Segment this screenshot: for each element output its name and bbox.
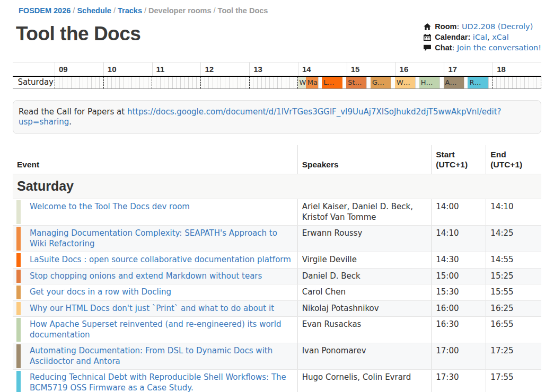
- timeline-header: 09101112131415161718: [13, 63, 541, 77]
- page-header: Tool the Docs Room: UD2.208 (Decroly): [13, 20, 541, 53]
- room-link[interactable]: UD2.208 (Decroly): [462, 22, 533, 31]
- chat-colon: :: [452, 43, 458, 52]
- timeline-tick: [225, 77, 229, 88]
- timeline-grid: WMaL…St…G…W…H…A…R…: [55, 77, 541, 88]
- end-time-cell: 16:55: [486, 317, 541, 343]
- speakers-cell: Ariel Kaiser, Daniel D. Beck, Kristof Va…: [297, 199, 432, 226]
- end-time-cell: 16:25: [486, 300, 541, 317]
- timeline-tick: [516, 77, 521, 88]
- timeline: 09101112131415161718 Saturday WMaL…St…G……: [13, 62, 541, 89]
- timeline-event-block[interactable]: H…: [419, 77, 439, 88]
- event-title-link[interactable]: LaSuite Docs : open source collaborative…: [30, 255, 291, 264]
- calendar-icon: [424, 33, 432, 41]
- timeline-tick: [512, 77, 516, 88]
- event-cell: Get your docs in a row with Docling: [13, 284, 297, 301]
- chat-icon: [424, 44, 432, 51]
- start-time-cell: 17:30: [432, 370, 486, 392]
- table-row: Welcome to the Tool The Docs dev roomAri…: [13, 199, 541, 226]
- col-start-line1: Start: [436, 149, 481, 159]
- col-start-line2: (UTC+1): [436, 159, 481, 170]
- timeline-tick: [488, 77, 493, 88]
- timeline-tick: [139, 77, 144, 88]
- timeline-tick: [391, 77, 395, 88]
- timeline-tick: [156, 77, 160, 88]
- timeline-tick: [188, 77, 192, 88]
- timeline-hour-label: 15: [347, 63, 395, 76]
- event-title-link[interactable]: Why our HTML Docs don't just `Print` and…: [30, 304, 274, 313]
- table-row: Stop chopping onions and extend Markdown…: [13, 268, 541, 284]
- speakers-cell: Virgile Deville: [297, 252, 432, 269]
- schedule-header-row: Event Speakers Start (UTC+1) End (UTC+1): [13, 145, 541, 174]
- timeline-tick: [537, 77, 541, 88]
- timeline-tick: [95, 77, 99, 88]
- timeline-hour-label: 09: [55, 63, 103, 76]
- start-time-cell: 16:30: [432, 317, 486, 343]
- timeline-hour-label: 13: [249, 63, 298, 76]
- timeline-tick: [496, 77, 500, 88]
- event-title-link[interactable]: Automating Documentation: From DSL to Dy…: [30, 346, 272, 366]
- event-title-link[interactable]: Stop chopping onions and extend Markdown…: [30, 271, 262, 281]
- timeline-event-block[interactable]: Ma: [306, 77, 318, 88]
- calendar-links: iCal, xCal: [473, 33, 509, 41]
- event-title-link[interactable]: Welcome to the Tool The Docs dev room: [30, 202, 190, 211]
- timeline-event-block[interactable]: St…: [346, 77, 366, 88]
- start-time-cell: 14:10: [432, 226, 486, 252]
- breadcrumb-item[interactable]: FOSDEM 2026: [19, 6, 71, 15]
- timeline-tick: [241, 77, 245, 88]
- event-title-link[interactable]: How Apache Superset reinvented (and re-e…: [30, 319, 281, 340]
- calendar-link[interactable]: xCal: [492, 33, 509, 41]
- track-color-bar: [16, 227, 21, 251]
- speakers-cell: Daniel D. Beck: [297, 268, 432, 284]
- timeline-tick: [318, 77, 322, 88]
- timeline-tick: [274, 77, 278, 88]
- timeline-tick: [103, 77, 108, 88]
- calendar-link[interactable]: iCal: [473, 33, 487, 41]
- timeline-event-block[interactable]: A…: [444, 77, 464, 88]
- event-title-link[interactable]: Get your docs in a row with Docling: [30, 287, 171, 297]
- breadcrumb-item[interactable]: Tracks: [118, 6, 142, 15]
- room-label: Room: [435, 22, 456, 31]
- breadcrumb: FOSDEM 2026 / Schedule / Tracks / Develo…: [19, 7, 541, 15]
- timeline-tick: [107, 77, 111, 88]
- room-line: Room: UD2.208 (Decroly): [424, 21, 541, 32]
- timeline-tick: [533, 77, 537, 88]
- timeline-tick: [196, 77, 200, 88]
- timeline-tick: [160, 77, 164, 88]
- event-cell: Welcome to the Tool The Docs dev room: [13, 199, 297, 226]
- timeline-tick: [277, 77, 282, 88]
- track-color-bar: [16, 253, 21, 267]
- timeline-event-block[interactable]: L…: [322, 77, 342, 88]
- chat-link[interactable]: Join the conversation!: [457, 43, 541, 52]
- timeline-event-block[interactable]: W: [298, 77, 306, 88]
- timeline-tick: [221, 77, 225, 88]
- timeline-tick: [439, 77, 444, 88]
- table-row: How Apache Superset reinvented (and re-e…: [13, 317, 541, 343]
- calendar-line: Calendar: iCal, xCal: [424, 32, 541, 42]
- event-cell: Managing Documentation Complexity: SEAPA…: [13, 226, 297, 252]
- timeline-tick: [492, 77, 496, 88]
- track-color-bar: [16, 302, 21, 316]
- timeline-tick: [59, 77, 63, 88]
- timeline-day-label: Saturday: [13, 77, 55, 88]
- timeline-tick: [164, 77, 168, 88]
- timeline-tick: [366, 77, 371, 88]
- timeline-tick: [500, 77, 504, 88]
- timeline-tick: [192, 77, 197, 88]
- timeline-event-block[interactable]: W…: [395, 77, 415, 88]
- track-color-bar: [16, 286, 21, 299]
- timeline-event-block[interactable]: G…: [371, 77, 391, 88]
- timeline-tick: [208, 77, 213, 88]
- breadcrumb-item: Tool the Docs: [218, 6, 268, 15]
- page: FOSDEM 2026 / Schedule / Tracks / Develo…: [0, 0, 554, 392]
- start-time-cell: 15:30: [432, 284, 486, 301]
- breadcrumb-item[interactable]: Schedule: [77, 6, 111, 15]
- timeline-header-spacer: [13, 63, 55, 76]
- end-time-cell: 17:25: [486, 343, 541, 370]
- track-color-bar: [16, 200, 21, 224]
- event-title-link[interactable]: Managing Documentation Complexity: SEAPA…: [30, 228, 277, 248]
- timeline-tick: [184, 77, 189, 88]
- event-title-link[interactable]: Reducing Technical Debt with Reproducibl…: [30, 372, 286, 392]
- timeline-event-block[interactable]: R…: [468, 77, 488, 88]
- schedule-table: Event Speakers Start (UTC+1) End (UTC+1)…: [13, 145, 541, 392]
- event-cell: Why our HTML Docs don't just `Print` and…: [13, 300, 297, 317]
